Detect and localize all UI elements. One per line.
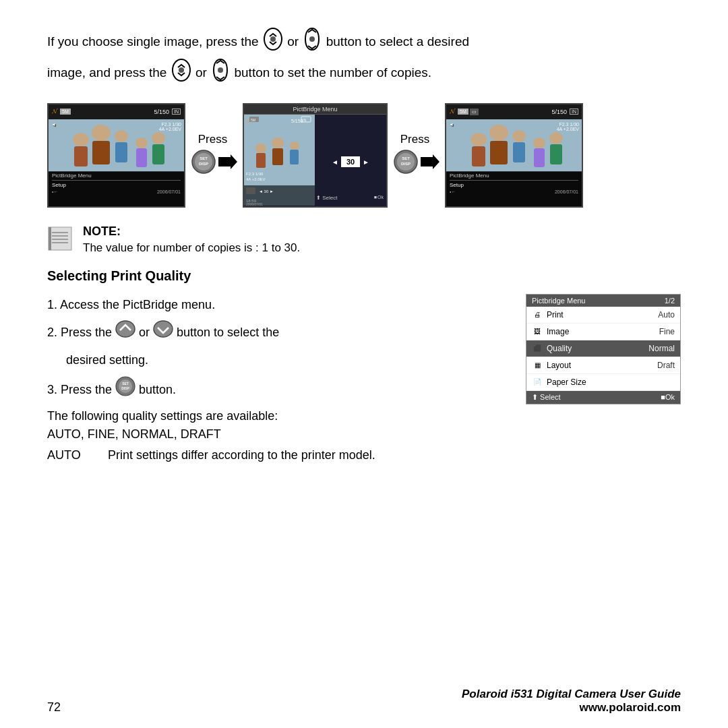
screen3-overlay: ◄	[449, 122, 454, 127]
intro-line2b: button to set the number of copies.	[234, 65, 431, 80]
svg-rect-8	[74, 146, 88, 166]
step1: 1. Access the PictBridge menu.	[47, 294, 506, 315]
quality-section: 1. Access the PictBridge menu. 2. Press …	[47, 294, 681, 463]
pb-menu-row-quality: ⬛ Quality Normal	[526, 340, 680, 357]
svg-marker-46	[421, 154, 439, 169]
svg-point-11	[115, 130, 128, 142]
print-label: Print	[547, 310, 658, 320]
right-nav-button-icon-2	[211, 58, 230, 89]
pb-main: 𝓝 5M 5/150 IN	[244, 115, 386, 203]
press-label-2: Press	[400, 133, 429, 146]
svg-rect-30	[256, 153, 266, 168]
quality-text: 1. Access the PictBridge menu. 2. Press …	[47, 294, 506, 463]
intro-line2: image, and press the	[47, 65, 166, 80]
screen3-counter: 5/150	[551, 109, 567, 115]
svg-point-29	[255, 144, 266, 153]
screen-block-2: PictBridge Menu 𝓝 5M 5/150 IN	[243, 103, 388, 208]
svg-point-48	[471, 133, 487, 146]
svg-rect-10	[92, 141, 110, 164]
svg-text:5M: 5M	[251, 118, 255, 122]
page-number: 72	[47, 700, 61, 715]
svg-marker-21	[218, 154, 237, 169]
copies-row: ◄ 30 ►	[332, 156, 369, 167]
step2-indent: desired setting.	[66, 349, 506, 371]
pictbridge-screen: PictBridge Menu 𝓝 5M 5/150 IN	[243, 103, 388, 208]
footer-url: www.polaroid.com	[462, 701, 681, 715]
svg-point-13	[135, 138, 148, 148]
svg-point-2	[309, 36, 315, 42]
svg-text:DISP: DISP	[121, 386, 129, 390]
right-nav-button-icon	[303, 27, 322, 58]
screen1-bottom-text: •← 2006/07/01	[52, 189, 181, 194]
copies-number: 30	[341, 156, 360, 167]
pb-menu-row-layout: ▦ Layout Draft	[526, 357, 680, 374]
screen3-menu-item: Setup	[450, 182, 578, 188]
svg-rect-49	[472, 146, 485, 166]
svg-point-56	[549, 132, 563, 144]
svg-text:4A +2.0EV: 4A +2.0EV	[246, 177, 266, 181]
screen3-topbar: 𝓝 5M ▭ 5/150 IN	[446, 104, 582, 119]
arrow-right-2	[421, 154, 439, 173]
svg-point-64	[116, 321, 135, 337]
footer-ok: ■Ok	[661, 393, 675, 401]
pb-footer-labels: ⬆ Select ■Ok	[313, 192, 386, 204]
set-disp-icon-1: SET DISP	[191, 149, 216, 178]
pb-menu-row-papersize: 📄 Paper Size	[526, 374, 680, 391]
screen1-menu-item: Setup	[52, 182, 181, 188]
intro-or2: or	[195, 65, 207, 80]
footer-select: ⬆ Select	[532, 393, 561, 402]
screen1-topbar: 𝓝 5M 5/150 IN	[49, 104, 184, 119]
pb-right: ◄ 30 ► ⬆ Select ■Ok	[315, 115, 386, 203]
print-icon: 🖨	[532, 309, 543, 320]
svg-point-7	[73, 133, 89, 146]
screen1-counter: 5/150	[154, 109, 169, 115]
pb-menu-row-image: 🖼 Image Fine	[526, 324, 680, 340]
copies-left-arrow: ◄	[332, 158, 338, 166]
svg-point-15	[152, 132, 165, 144]
svg-text:2006/07/01: 2006/07/01	[246, 202, 263, 206]
screen1-right: F2.3 1/30 4A +2.0EV	[159, 122, 181, 131]
camera-screen-1: 𝓝 5M 5/150 IN	[47, 103, 185, 208]
svg-text:SET: SET	[200, 156, 208, 160]
svg-rect-53	[513, 142, 525, 162]
intro-paragraph: If you choose single image, press the or…	[47, 27, 681, 90]
svg-rect-51	[490, 141, 508, 164]
pb-title-bar: PictBridge Menu	[244, 104, 386, 115]
screen3-right: F2.3 1/30 4A +2.0EV	[557, 122, 579, 131]
note-title: NOTE:	[83, 224, 300, 239]
screens-row: 𝓝 5M 5/150 IN	[47, 103, 681, 208]
svg-rect-14	[136, 148, 147, 167]
step2: 2. Press the or	[47, 320, 506, 345]
quality-icon: ⬛	[532, 343, 543, 354]
footer-right: Polaroid i531 Digital Camera User Guide …	[462, 688, 681, 715]
svg-point-52	[512, 130, 526, 142]
svg-text:DISP: DISP	[199, 162, 208, 166]
image-label: Image	[547, 327, 659, 336]
step3: 3. Press the SET DISP button.	[47, 375, 506, 404]
print-value: Auto	[658, 310, 675, 320]
section-title: Selecting Print Quality	[47, 268, 681, 284]
note-section: NOTE: The value for number of copies is …	[47, 224, 681, 255]
svg-text:DISP: DISP	[401, 162, 411, 166]
pb-menu-row-print: 🖨 Print Auto	[526, 307, 680, 324]
svg-point-9	[92, 125, 111, 141]
screen-block-1: 𝓝 5M 5/150 IN	[47, 103, 185, 208]
papersize-label: Paper Size	[547, 377, 675, 387]
left-nav-button-icon-2	[171, 58, 191, 89]
arrow-right-1	[218, 154, 237, 173]
screen1-overlay: ◄	[51, 122, 56, 127]
svg-text:SET: SET	[402, 156, 410, 160]
pb-menu-header: Pictbridge Menu 1/2	[526, 295, 680, 307]
svg-rect-57	[550, 144, 562, 164]
svg-text:IN: IN	[303, 118, 306, 122]
svg-rect-38	[246, 187, 255, 194]
intro-line1: If you choose single image, press the	[47, 34, 259, 49]
footer-title: Polaroid i531 Digital Camera User Guide	[462, 688, 681, 701]
up-nav-button-icon	[115, 320, 136, 345]
quality-steps: 1. Access the PictBridge menu. 2. Press …	[47, 294, 506, 404]
pb-menu-title: Pictbridge Menu	[532, 297, 586, 305]
screen1-menu-title: PictBridge Menu	[52, 173, 181, 181]
set-disp-small-icon: SET DISP	[115, 375, 136, 404]
svg-text:SET: SET	[122, 382, 129, 386]
quality-values: AUTO, FINE, NORMAL, DRAFT	[47, 427, 506, 442]
